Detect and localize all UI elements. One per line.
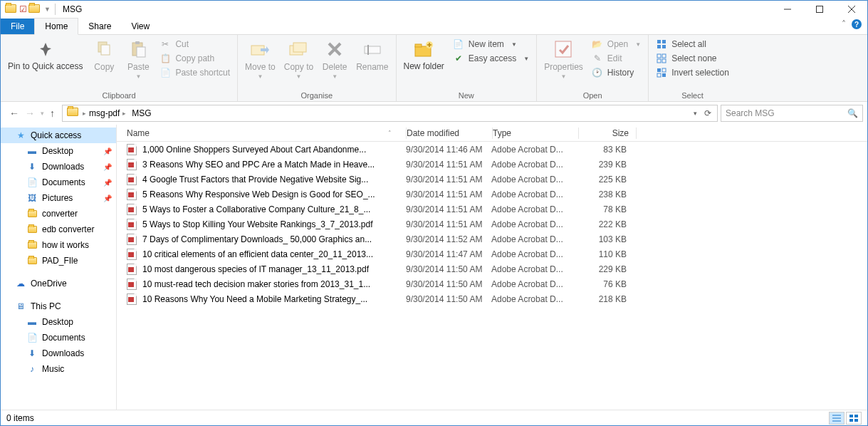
nav-onedrive[interactable]: ☁OneDrive [1, 276, 116, 291]
file-row[interactable]: 4 Google Trust Factors that Provide Nega… [117, 172, 867, 187]
nav-desktop-2[interactable]: ▬Desktop [1, 314, 116, 330]
file-row[interactable]: 7 Days of Complimentary Downloads_ 50,00… [117, 232, 867, 246]
breadcrumb-parent[interactable]: msg-pdf▸ [86, 108, 129, 118]
refresh-icon[interactable]: ⟳ [704, 108, 711, 118]
properties-button[interactable]: Properties▼ [541, 36, 586, 81]
pin-to-quick-access-button[interactable]: Pin to Quick access [5, 36, 85, 73]
group-label: Select [653, 90, 732, 100]
select-all-button[interactable]: Select all [653, 38, 732, 51]
svg-rect-33 [662, 73, 666, 77]
nav-edb-converter[interactable]: edb converter [1, 222, 116, 237]
new-item-button[interactable]: 📄New item▼ [450, 38, 532, 51]
paste-button[interactable]: Paste ▼ [122, 36, 154, 81]
column-size[interactable]: Size [579, 128, 636, 138]
up-button[interactable]: ↑ [50, 108, 55, 119]
select-none-button[interactable]: Select none [653, 52, 732, 65]
search-input[interactable]: Search MSG 🔍 [721, 105, 863, 122]
nav-desktop[interactable]: ▬Desktop📌 [1, 143, 116, 159]
back-button[interactable]: ← [9, 108, 19, 119]
minimize-button[interactable] [771, 1, 803, 18]
file-row[interactable]: 5 Ways to Stop Killing Your Website Rank… [117, 217, 867, 232]
music-icon: ♪ [26, 363, 38, 375]
qat-folder-icon[interactable] [28, 4, 40, 14]
column-date[interactable]: Date modified [407, 128, 492, 138]
file-row[interactable]: 10 most dangerous species of IT manager_… [117, 261, 867, 276]
nav-music[interactable]: ♪Music [1, 361, 116, 377]
paste-shortcut-button[interactable]: 📄Paste shortcut [157, 66, 233, 79]
maximize-button[interactable] [803, 1, 835, 18]
forward-button[interactable]: → [25, 108, 35, 119]
edit-button[interactable]: ✎Edit [589, 52, 644, 65]
folder-icon [26, 208, 38, 219]
nav-documents-2[interactable]: 📄Documents [1, 330, 116, 346]
tab-share[interactable]: Share [78, 19, 121, 34]
nav-downloads-2[interactable]: ⬇Downloads [1, 346, 116, 361]
column-type[interactable]: Type [493, 128, 578, 138]
file-list[interactable]: 1,000 Online Shoppers Surveyed About Car… [117, 142, 867, 410]
delete-x-icon [323, 38, 346, 61]
cut-button[interactable]: ✂Cut [157, 38, 233, 51]
nav-pictures[interactable]: 🖼Pictures📌 [1, 190, 116, 206]
svg-rect-22 [657, 40, 661, 43]
close-button[interactable] [835, 1, 867, 18]
tab-file[interactable]: File [1, 19, 34, 34]
pin-icon: 📌 [103, 194, 112, 202]
qat-dropdown-icon[interactable]: ▼ [44, 6, 51, 13]
move-icon [249, 38, 271, 61]
file-type: Adobe Acrobat D... [491, 145, 577, 155]
nav-converter[interactable]: converter [1, 206, 116, 222]
details-view-button[interactable] [829, 412, 845, 425]
invert-selection-button[interactable]: Invert selection [653, 66, 732, 79]
file-row[interactable]: 3 Reasons Why SEO and PPC Are a Match Ma… [117, 157, 867, 172]
nav-pad-file[interactable]: PAD_FIle [1, 253, 116, 269]
nav-how-it-works[interactable]: how it works [1, 237, 116, 253]
file-name: 5 Ways to Foster a Collaborative Company… [142, 204, 406, 214]
thumbnails-view-button[interactable] [846, 412, 862, 425]
open-button[interactable]: 📂Open▼ [589, 38, 644, 51]
file-size: 78 KB [577, 204, 634, 214]
group-select: Select all Select none Invert selection … [649, 35, 736, 101]
svg-rect-21 [555, 41, 571, 57]
breadcrumb-current[interactable]: MSG [129, 108, 154, 118]
file-row[interactable]: 5 Reasons Why Responsive Web Design is G… [117, 187, 867, 202]
file-row[interactable]: 10 critical elements of an efficient dat… [117, 246, 867, 261]
recent-dropdown[interactable]: ▾ [41, 110, 44, 117]
svg-rect-29 [662, 59, 666, 63]
move-to-button[interactable]: Move to▼ [242, 36, 278, 81]
svg-rect-7 [135, 41, 140, 44]
select-none-icon [656, 53, 667, 64]
copy-button[interactable]: Copy [88, 36, 120, 73]
easy-access-button[interactable]: ✔Easy access▼ [450, 52, 532, 65]
delete-button[interactable]: Delete▼ [319, 36, 350, 81]
tab-view[interactable]: View [121, 19, 160, 34]
file-area: Name˄ Date modified Type Size 1,000 Onli… [117, 125, 867, 410]
svg-rect-30 [657, 68, 661, 72]
history-button[interactable]: 🕑History [589, 66, 644, 79]
file-row[interactable]: 5 Ways to Foster a Collaborative Company… [117, 202, 867, 217]
file-row[interactable]: 10 must-read tech decision maker stories… [117, 276, 867, 291]
nav-this-pc[interactable]: 🖥This PC [1, 298, 116, 314]
navigation-pane[interactable]: ★Quick access ▬Desktop📌 ⬇Downloads📌 📄Doc… [1, 125, 117, 410]
file-row[interactable]: 1,000 Online Shoppers Surveyed About Car… [117, 142, 867, 157]
copy-path-button[interactable]: 📋Copy path [157, 52, 233, 65]
help-icon[interactable]: ? [852, 19, 862, 29]
svg-rect-5 [101, 45, 110, 55]
column-name[interactable]: Name˄ [127, 128, 406, 138]
nav-documents[interactable]: 📄Documents📌 [1, 175, 116, 190]
nav-downloads[interactable]: ⬇Downloads📌 [1, 159, 116, 175]
collapse-ribbon-icon[interactable]: ˄ [842, 19, 846, 29]
new-folder-button[interactable]: New folder [401, 36, 447, 73]
svg-rect-11 [293, 43, 306, 52]
tab-home[interactable]: Home [34, 18, 78, 35]
easy-access-icon: ✔ [453, 53, 464, 64]
file-row[interactable]: 10 Reasons Why You Need a Mobile Marketi… [117, 291, 867, 306]
paste-icon [127, 38, 150, 61]
copy-to-button[interactable]: Copy to▼ [281, 36, 316, 81]
address-bar[interactable]: ▸ msg-pdf▸ MSG ▾ ⟳ [62, 105, 718, 122]
svg-rect-31 [662, 68, 666, 72]
address-dropdown-icon[interactable]: ▾ [694, 110, 697, 117]
nav-quick-access[interactable]: ★Quick access [1, 128, 116, 143]
rename-button[interactable]: Rename [353, 36, 391, 73]
file-size: 239 KB [577, 160, 634, 170]
qat-checkbox-icon[interactable]: ☑ [19, 4, 27, 14]
